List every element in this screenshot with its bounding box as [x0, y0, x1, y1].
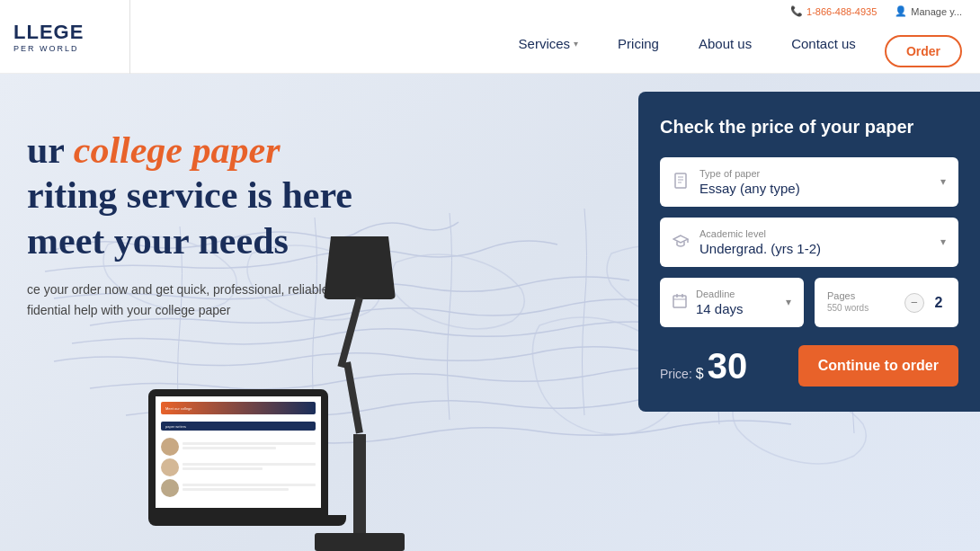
- text-line: [183, 447, 276, 449]
- nav-item-contact[interactable]: Contact us: [771, 36, 876, 51]
- screen-avatar-3: [161, 479, 179, 497]
- pages-label: Pages: [827, 290, 895, 301]
- pages-stepper[interactable]: − 2: [904, 293, 946, 313]
- screen-subheader: paper writers: [161, 422, 316, 431]
- logo[interactable]: LLEGE PER WORLD: [0, 0, 130, 74]
- graduation-icon: [673, 233, 689, 253]
- pages-sublabel: 550 words: [827, 303, 895, 313]
- calc-title: Check the price of your paper: [660, 117, 958, 138]
- laptop-screen: Meet our college paper writers: [148, 389, 328, 515]
- pages-field: Pages 550 words − 2: [815, 278, 958, 327]
- headline-italic: college paper: [74, 129, 281, 171]
- document-icon: [673, 173, 689, 192]
- type-of-paper-label: Type of paper: [699, 168, 930, 179]
- deadline-pages-row: Deadline 14 days ▾ Pages 550 words − 2: [660, 278, 958, 327]
- lamp-arm-upper: [337, 297, 362, 368]
- price-display: Price: $ 30: [660, 348, 747, 384]
- screen-row-2: [161, 458, 316, 476]
- screen-header-text: Meet our college: [165, 406, 192, 411]
- manage-icon: 👤: [895, 5, 907, 17]
- text-line: [183, 463, 316, 466]
- text-line: [183, 484, 316, 486]
- academic-level-field[interactable]: Academic level Undergrad. (yrs 1-2) ▾: [660, 218, 958, 267]
- calendar-icon: [673, 294, 687, 312]
- pages-decrement-button[interactable]: −: [904, 293, 924, 313]
- screen-row-1: [161, 438, 316, 456]
- pages-count: 2: [931, 295, 946, 311]
- screen-text-3: [183, 484, 316, 493]
- manage-text: Manage y...: [911, 6, 962, 17]
- logo-sub: PER WORLD: [13, 44, 84, 53]
- academic-level-content: Academic level Undergrad. (yrs 1-2): [699, 228, 930, 256]
- nav-item-about[interactable]: About us: [679, 36, 771, 51]
- screen-sub-text: paper writers: [165, 424, 186, 429]
- chevron-down-icon: ▾: [940, 175, 946, 189]
- phone-icon: 📞: [790, 5, 803, 17]
- svg-rect-0: [675, 173, 686, 188]
- svg-rect-5: [673, 296, 686, 307]
- price-calculator: Check the price of your paper Type of pa…: [638, 92, 980, 412]
- screen-row-3: [161, 479, 316, 497]
- chevron-down-icon: ▾: [574, 39, 578, 49]
- nav-label-pricing: Pricing: [618, 36, 659, 51]
- headline-line2: meet your needs: [27, 220, 289, 262]
- header-top-bar: 📞 1-866-488-4935 👤 Manage y...: [790, 0, 980, 17]
- pages-content: Pages 550 words: [827, 290, 895, 315]
- deadline-content: Deadline 14 days: [696, 289, 777, 316]
- nav-label-contact: Contact us: [791, 36, 856, 51]
- phone-number: 1-866-488-4935: [806, 6, 877, 17]
- laptop-screen-content: Meet our college paper writers: [156, 396, 321, 508]
- nav-label-services: Services: [519, 36, 571, 51]
- deadline-value: 14 days: [696, 301, 777, 316]
- deadline-label: Deadline: [696, 289, 777, 299]
- logo-text: LLEGE PER WORLD: [13, 21, 84, 53]
- screen-header: Meet our college: [161, 402, 316, 414]
- type-of-paper-content: Type of paper Essay (any type): [699, 168, 930, 196]
- screen-avatar-1: [161, 438, 179, 456]
- order-button[interactable]: Order: [885, 35, 962, 67]
- type-of-paper-field[interactable]: Type of paper Essay (any type) ▾: [660, 157, 958, 207]
- nav-label-about: About us: [699, 36, 752, 51]
- text-line: [183, 488, 289, 491]
- text-line: [183, 442, 316, 445]
- screen-avatar-2: [161, 458, 179, 476]
- screen-text-1: [183, 442, 316, 451]
- laptop-base: [148, 515, 346, 526]
- text-line: [183, 467, 263, 470]
- lamp-arm-lower: [343, 361, 363, 433]
- lamp-stem: [353, 434, 366, 533]
- continue-to-order-button[interactable]: Continue to order: [798, 345, 958, 387]
- headline-prefix: ur: [27, 129, 74, 171]
- type-of-paper-value: Essay (any type): [699, 181, 930, 196]
- deadline-chevron-icon: ▾: [786, 296, 791, 309]
- lamp-head: [324, 236, 396, 299]
- chevron-down-icon-2: ▾: [940, 236, 946, 249]
- price-dollar-sign: $: [696, 366, 704, 382]
- header: LLEGE PER WORLD 📞 1-866-488-4935 👤 Manag…: [0, 0, 980, 74]
- nav-item-services[interactable]: Services ▾: [499, 36, 599, 51]
- nav-item-pricing[interactable]: Pricing: [598, 36, 679, 51]
- phone-link[interactable]: 📞 1-866-488-4935: [790, 5, 877, 17]
- academic-level-value: Undergrad. (yrs 1-2): [699, 241, 930, 256]
- academic-level-label: Academic level: [699, 228, 930, 239]
- hero-sub-line2: fidential help with your college paper: [27, 303, 230, 317]
- laptop-decoration: Meet our college paper writers: [148, 389, 346, 551]
- logo-top: LLEGE: [13, 21, 84, 44]
- calc-footer: Price: $ 30 Continue to order: [660, 345, 958, 387]
- price-label: Price:: [660, 367, 692, 381]
- deadline-field[interactable]: Deadline 14 days ▾: [660, 278, 804, 327]
- price-amount: 30: [708, 348, 748, 384]
- hero-section: ur college paper riting service is here …: [0, 74, 980, 551]
- screen-text-2: [183, 463, 316, 472]
- manage-link[interactable]: 👤 Manage y...: [895, 5, 962, 17]
- main-nav: Services ▾ Pricing About us Contact us O…: [499, 21, 962, 67]
